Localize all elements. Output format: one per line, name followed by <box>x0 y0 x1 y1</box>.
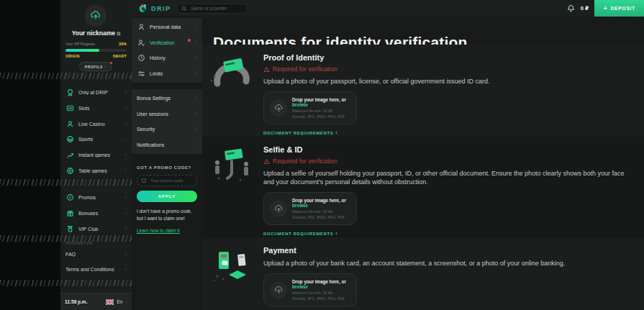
browse-link[interactable]: browse <box>292 203 308 208</box>
vip-progress-label: Your VIP Progress <box>65 42 95 46</box>
section-title: Proof of Identity <box>263 53 632 62</box>
browse-link[interactable]: browse <box>292 102 308 107</box>
drip-casino-app: Your nickname ⧉ Your VIP Progress 33% OR… <box>0 0 644 310</box>
sidebar-item-vip-club[interactable]: VIP Club› <box>60 221 132 237</box>
upload-dropzone[interactable]: Drop your image here, or browse Maximum … <box>263 192 357 225</box>
menu-item-label: Verification <box>150 40 186 45</box>
search-input[interactable] <box>189 5 243 12</box>
clock-time: 11:58 p.m. <box>65 299 103 304</box>
menu-item-security[interactable]: Security› <box>132 122 202 137</box>
required-line: Required for verification <box>263 158 632 165</box>
warning-triangle-icon <box>263 66 270 73</box>
deposit-button[interactable]: + DEPOSIT <box>594 0 644 17</box>
sidebar: Your nickname ⧉ Your VIP Progress 33% OR… <box>60 0 132 310</box>
section-description: Upload a photo of your passport, license… <box>263 77 632 86</box>
profile-button[interactable]: PROFILE › <box>79 62 112 71</box>
live-casino-icon <box>65 119 74 128</box>
upload-dropzone[interactable]: Drop your image here, or browse Maximum … <box>263 273 357 306</box>
passport-illustration <box>202 45 261 137</box>
section-description: Upload a selfie of yourself holding your… <box>263 169 632 186</box>
sidebar-item-instant-games[interactable]: Instant games› <box>60 147 132 163</box>
sidebar-item-bonuses[interactable]: Bonuses› <box>60 206 132 222</box>
upload-cloud-avatar-icon <box>90 10 101 22</box>
profile-button-label: PROFILE <box>85 65 103 69</box>
max-size-text: Maximum file size: 32 Mb <box>292 291 350 295</box>
menu-item-limits[interactable]: Limits› <box>132 66 202 82</box>
sidebar-item-label: Promos <box>78 195 120 200</box>
menu-item-history[interactable]: History› <box>132 50 202 66</box>
required-label: Required for verification <box>273 65 337 73</box>
notification-dot <box>109 61 113 65</box>
browse-link[interactable]: browse <box>292 284 308 289</box>
sidebar-item-only-at-drip[interactable]: Only at DRIP› <box>60 85 132 101</box>
section-title: Payment <box>263 246 632 255</box>
chevron-right-icon: › <box>124 267 127 273</box>
sidebar-item-label: Terms and Conditions <box>65 267 120 272</box>
brand-logo[interactable]: DRIP <box>132 3 177 14</box>
balance-amount[interactable]: 0 ₽ <box>581 5 589 12</box>
vip-medal-icon <box>65 224 74 233</box>
header-right: 0 ₽ + DEPOSIT <box>567 0 644 17</box>
upload-cloud-icon <box>270 281 287 298</box>
menu-item-personal-data[interactable]: Personal data› <box>132 19 202 35</box>
promo-code-widget: GOT A PROMO CODE? APPLY I don't have a p… <box>137 165 197 235</box>
promo-claim-link[interactable]: Learn how to claim it <box>137 228 180 233</box>
promo-code-input[interactable] <box>149 178 193 183</box>
plus-icon: + <box>603 5 608 12</box>
menu-item-user-sessions[interactable]: User sessions› <box>132 106 202 122</box>
sidebar-item-terms[interactable]: Terms and Conditions› <box>60 262 132 277</box>
bell-icon[interactable] <box>567 4 575 12</box>
language-selector[interactable]: En <box>117 299 122 304</box>
chevron-right-icon: › <box>124 168 127 173</box>
chevron-right-icon[interactable]: › <box>125 299 127 305</box>
sidebar-item-label: Instant games <box>78 152 120 158</box>
upload-text: Drop your image here, or browse Maximum … <box>292 279 350 301</box>
upload-text: Drop your image here, or browse Maximum … <box>292 198 350 219</box>
promo-title: GOT A PROMO CODE? <box>137 165 197 170</box>
nickname: Your nickname <box>72 29 115 37</box>
chevron-right-icon: › <box>124 90 127 96</box>
edit-icon[interactable]: ⧉ <box>117 31 120 36</box>
warning-triangle-icon <box>263 158 270 165</box>
section-title: Selfie & ID <box>263 145 632 154</box>
document-requirements-link[interactable]: DOCUMENT REQUIREMENTS› <box>263 231 632 236</box>
information-section-label: INFORMATION <box>65 242 93 245</box>
avatar[interactable] <box>85 5 106 27</box>
apply-promo-button[interactable]: APPLY <box>137 191 197 202</box>
sidebar-item-faq[interactable]: FAQ› <box>60 247 132 262</box>
search-box[interactable] <box>177 4 248 14</box>
promo-note: I don't have a promo code, but I want to… <box>137 208 197 222</box>
drop-text: Drop your image here, or <box>292 97 346 102</box>
chevron-right-icon: › <box>195 127 197 132</box>
menu-item-notifications[interactable]: Notifications› <box>132 137 202 153</box>
chevron-right-icon: › <box>335 231 337 236</box>
chevron-right-icon: › <box>195 142 197 147</box>
chevron-right-icon: › <box>124 121 127 127</box>
section-content: Proof of Identity Required for verificat… <box>261 45 644 137</box>
document-requirements-label: DOCUMENT REQUIREMENTS <box>263 131 333 135</box>
menu-item-verification[interactable]: Verification › <box>132 35 202 51</box>
sidebar-item-live-casino[interactable]: Live Casino› <box>60 116 132 132</box>
menu-item-label: Limits <box>150 71 191 76</box>
document-requirements-link[interactable]: DOCUMENT REQUIREMENTS› <box>263 130 632 135</box>
formats-text: Formats: JPG, JPEG, PNG, PDF <box>292 296 350 301</box>
chevron-right-icon: › <box>195 111 197 117</box>
menu-item-label: User sessions <box>137 111 191 117</box>
formats-text: Formats: JPG, JPEG, PNG, PDF <box>292 215 350 219</box>
menu-item-bonus-settings[interactable]: Bonus Settings› <box>132 91 202 106</box>
upload-dropzone[interactable]: Drop your image here, or browse Maximum … <box>263 91 357 124</box>
sidebar-item-table-games[interactable]: Table games› <box>60 163 132 178</box>
sidebar-item-label: FAQ <box>65 252 120 257</box>
chevron-right-icon: › <box>195 70 197 76</box>
sidebar-secondary-menu: Promos› Bonuses› VIP Club› <box>60 190 132 237</box>
chevron-right-icon: › <box>195 24 197 30</box>
max-size-text: Maximum file size: 32 Mb <box>292 209 350 214</box>
garland-divider <box>0 280 132 286</box>
vip-progress-fill <box>65 49 99 52</box>
sidebar-item-label: Table games <box>78 168 120 173</box>
sidebar-item-promos[interactable]: Promos› <box>60 190 132 206</box>
sidebar-item-sports[interactable]: Sports› <box>60 132 132 147</box>
sidebar-info-menu: FAQ› Terms and Conditions› <box>60 247 132 277</box>
sidebar-item-slots[interactable]: Slots› <box>60 101 132 117</box>
sidebar-bottom-bar: 11:58 p.m. En › <box>60 293 132 310</box>
